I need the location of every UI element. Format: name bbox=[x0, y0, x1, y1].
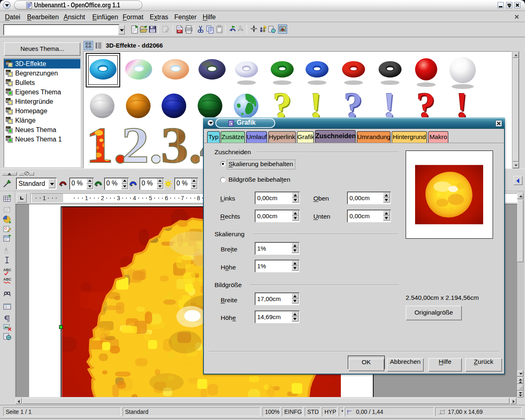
svg-text:A: A bbox=[5, 247, 8, 252]
svg-text:ABC: ABC bbox=[3, 268, 11, 272]
svg-text:ABC: ABC bbox=[3, 277, 11, 281]
svg-text:2.: 2. bbox=[121, 121, 160, 169]
svg-text:3.: 3. bbox=[161, 121, 200, 169]
